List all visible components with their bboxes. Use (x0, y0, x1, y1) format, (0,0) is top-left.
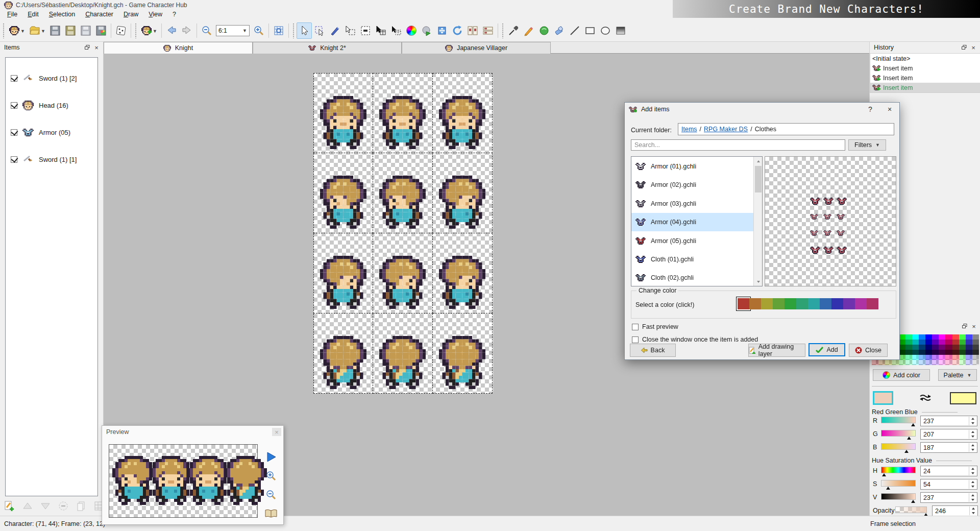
color-swatch[interactable] (761, 298, 773, 309)
palette-color-cell[interactable] (925, 355, 932, 360)
back-button[interactable]: Back (630, 344, 676, 357)
palette-color-cell[interactable] (932, 345, 939, 350)
menu-character[interactable]: Character (81, 10, 117, 19)
dialog-title-bar[interactable]: Add items (625, 103, 899, 116)
sheet-cell-r2c3[interactable] (433, 153, 493, 233)
file-row[interactable]: Armor (01).gchli (631, 157, 753, 176)
close-after-add-checkbox[interactable]: Close the window once the item is added (632, 336, 758, 343)
color-swatch[interactable] (820, 298, 831, 309)
color-close-icon[interactable]: × (969, 322, 978, 330)
palette-color-cell[interactable] (919, 355, 925, 360)
palette-color-cell[interactable] (952, 334, 959, 340)
sheet-cell-r1c2[interactable] (373, 73, 433, 153)
palette-color-cell[interactable] (905, 334, 912, 340)
scroll-down-icon[interactable] (754, 277, 763, 286)
ellipse-button[interactable] (598, 22, 613, 39)
sheet-cell-r4c1[interactable] (313, 313, 373, 394)
palette-color-cell[interactable] (952, 355, 959, 360)
color-swatch[interactable] (831, 298, 843, 309)
file-row[interactable]: Armor (04).gchli (631, 213, 753, 231)
r-slider-marker[interactable] (911, 423, 915, 426)
palette-color-cell[interactable] (912, 355, 919, 360)
b-slider-marker[interactable] (904, 450, 909, 453)
color-swatch[interactable] (773, 298, 785, 309)
menu-selection[interactable]: Selection (45, 10, 79, 19)
item-row-4[interactable]: Sword (1) [1] (11, 153, 77, 165)
palette-color-cell[interactable] (905, 360, 912, 365)
color-swatch[interactable] (796, 298, 808, 309)
palette-color-cell[interactable] (966, 355, 972, 360)
fast-preview-checkbox[interactable]: Fast preview (632, 323, 678, 330)
rect-select-button[interactable] (312, 22, 327, 39)
rectangle-button[interactable] (582, 22, 598, 39)
frame-move-button[interactable] (342, 22, 358, 39)
palette-color-cell[interactable] (972, 355, 979, 360)
frame-select-button[interactable] (373, 22, 388, 39)
zoom-out-button[interactable] (199, 22, 214, 39)
duplicate-button[interactable] (75, 499, 88, 513)
opacity-slider-track[interactable] (895, 506, 927, 513)
sheet-cell-r3c3[interactable] (433, 233, 493, 313)
palette-color-cell[interactable] (912, 345, 919, 350)
color-swatch[interactable] (785, 298, 796, 309)
replace-color-button[interactable] (419, 22, 434, 39)
palette-color-cell[interactable] (959, 360, 966, 365)
history-entry-3[interactable]: Insert item (870, 73, 980, 83)
menu-view[interactable]: View (144, 10, 166, 19)
palette-color-cell[interactable] (939, 350, 945, 355)
palette-color-cell[interactable] (966, 340, 972, 345)
file-row[interactable]: Armor (05).gchli (631, 232, 753, 250)
spin-down-icon[interactable] (969, 435, 976, 439)
dialog-close-button[interactable]: × (881, 103, 898, 116)
palette-color-cell[interactable] (932, 340, 939, 345)
palette-color-cell[interactable] (945, 355, 952, 360)
palette-color-cell[interactable] (932, 355, 939, 360)
select-button[interactable] (297, 22, 312, 39)
eraser-button[interactable] (552, 22, 567, 39)
redo-button[interactable] (179, 22, 194, 39)
spin-up-icon[interactable] (969, 443, 976, 448)
menu-[interactable]: ? (168, 10, 180, 19)
palette-color-cell[interactable] (972, 350, 979, 355)
palette-color-cell[interactable] (945, 334, 952, 340)
menu-edit[interactable]: Edit (23, 10, 43, 19)
frame-book-2-button[interactable] (480, 22, 496, 39)
book-button[interactable] (263, 506, 279, 521)
palette-color-cell[interactable] (925, 334, 932, 340)
filters-button[interactable]: Filters ▼ (848, 139, 886, 151)
item-checkbox[interactable] (11, 102, 17, 109)
file-row[interactable]: Armor (03).gchli (631, 195, 753, 213)
palette-color-cell[interactable] (905, 350, 912, 355)
color-swatch[interactable] (855, 298, 867, 309)
sheet-cell-r3c1[interactable] (313, 233, 373, 313)
breadcrumb-rpg-maker-ds[interactable]: RPG Maker DS (704, 126, 748, 133)
palette-dropdown[interactable]: Palette ▼ (938, 369, 977, 381)
color-swatch[interactable] (867, 298, 878, 309)
palette-color-cell[interactable] (912, 350, 919, 355)
color-swatch[interactable] (843, 298, 855, 309)
color-wheel-button[interactable] (404, 22, 419, 39)
add-button[interactable]: Add (808, 343, 845, 356)
line-button[interactable] (567, 22, 582, 39)
palette-color-cell[interactable] (925, 350, 932, 355)
palette-color-cell[interactable] (959, 340, 966, 345)
spin-up-icon[interactable] (970, 506, 977, 511)
sheet-cell-r2c1[interactable] (313, 153, 373, 233)
palette-color-cell[interactable] (952, 340, 959, 345)
palette-color-cell[interactable] (959, 355, 966, 360)
v-value-input[interactable]: 237 (920, 492, 977, 503)
palette-color-cell[interactable] (912, 360, 919, 365)
g-slider-marker[interactable] (907, 437, 911, 440)
add-item-button[interactable]: ▼ (139, 22, 154, 39)
spin-up-icon[interactable] (969, 430, 976, 435)
tab-japanese-villager[interactable]: Japanese Villager (402, 42, 551, 54)
palette-color-cell[interactable] (925, 360, 932, 365)
items-close-icon[interactable]: × (92, 43, 101, 52)
dice-button[interactable] (113, 22, 129, 39)
palette-color-cell[interactable] (952, 345, 959, 350)
history-entry-4[interactable]: Insert item (870, 83, 980, 92)
palette-color-cell[interactable] (932, 360, 939, 365)
palette-color-cell[interactable] (959, 334, 966, 340)
dialog-help-button[interactable]: ? (862, 103, 879, 116)
color-float-button[interactable] (960, 322, 969, 330)
